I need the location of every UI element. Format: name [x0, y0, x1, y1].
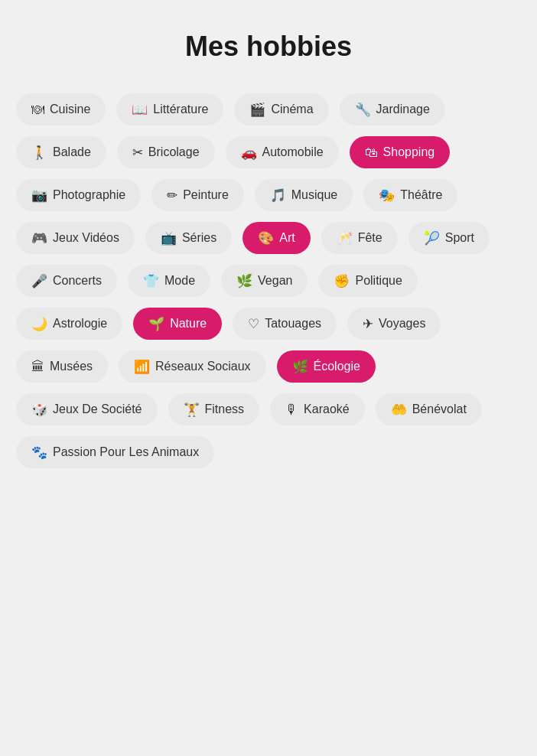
tag-voyages[interactable]: ✈Voyages: [347, 308, 441, 340]
tag-label-ecologie: Écologie: [314, 360, 360, 373]
musees-icon: 🏛: [31, 360, 44, 373]
animaux-icon: 🐾: [31, 446, 47, 459]
tag-theatre[interactable]: 🎭Théâtre: [363, 179, 457, 211]
tag-label-jeux-videos: Jeux Vidéos: [53, 231, 119, 245]
tag-litterature[interactable]: 📖Littérature: [116, 93, 223, 125]
concerts-icon: 🎤: [31, 275, 47, 288]
litterature-icon: 📖: [132, 103, 148, 116]
tag-series[interactable]: 📺Séries: [145, 222, 232, 254]
bricolage-icon: ✂: [132, 146, 143, 159]
tag-label-musees: Musées: [50, 360, 93, 373]
balade-icon: 🚶: [31, 146, 47, 159]
theatre-icon: 🎭: [379, 189, 395, 202]
tag-ecologie[interactable]: 🌿Écologie: [277, 350, 376, 383]
tatouages-icon: ♡: [248, 318, 259, 331]
tag-label-series: Séries: [182, 231, 216, 245]
tag-label-concerts: Concerts: [53, 274, 102, 288]
tag-sport[interactable]: 🎾Sport: [408, 222, 490, 254]
tag-label-musique: Musique: [291, 188, 337, 202]
tag-label-jeux-societe: Jeux De Société: [53, 402, 142, 416]
reseaux-sociaux-icon: 📶: [134, 360, 150, 373]
tag-label-fete: Fête: [358, 231, 382, 245]
jardinage-icon: 🔧: [355, 103, 371, 116]
photographie-icon: 📷: [31, 189, 47, 202]
tag-label-voyages: Voyages: [379, 317, 425, 331]
benevolat-icon: 🤲: [391, 403, 407, 416]
tag-tatouages[interactable]: ♡Tatouages: [233, 308, 337, 340]
peinture-icon: ✏: [167, 189, 177, 202]
nature-icon: 🌱: [148, 318, 164, 331]
tag-bricolage[interactable]: ✂Bricolage: [117, 136, 215, 168]
tag-label-photographie: Photographie: [53, 188, 125, 202]
tag-label-fitness: Fitness: [205, 402, 245, 416]
tag-musees[interactable]: 🏛Musées: [16, 350, 108, 383]
fete-icon: 🥂: [337, 232, 353, 245]
tag-politique[interactable]: ✊Politique: [318, 265, 417, 297]
tag-label-jardinage: Jardinage: [376, 103, 430, 116]
tag-reseaux-sociaux[interactable]: 📶Réseaux Sociaux: [119, 350, 266, 383]
hobbies-grid: 🍽Cuisine📖Littérature🎬Cinéma🔧Jardinage🚶Ba…: [16, 93, 521, 468]
cinema-icon: 🎬: [249, 103, 265, 116]
tag-balade[interactable]: 🚶Balade: [16, 136, 106, 168]
tag-jeux-videos[interactable]: 🎮Jeux Vidéos: [16, 222, 135, 254]
voyages-icon: ✈: [363, 318, 373, 331]
tag-label-balade: Balade: [53, 145, 91, 159]
tag-mode[interactable]: 👕Mode: [128, 265, 210, 297]
tag-astrologie[interactable]: 🌙Astrologie: [16, 308, 122, 340]
page-title: Mes hobbies: [185, 31, 352, 63]
tag-vegan[interactable]: 🌿Vegan: [221, 265, 308, 297]
automobile-icon: 🚗: [241, 146, 257, 159]
tag-karaoke[interactable]: 🎙Karaoké: [270, 393, 365, 425]
tag-shopping[interactable]: 🛍Shopping: [350, 136, 451, 168]
politique-icon: ✊: [334, 275, 350, 288]
tag-label-tatouages: Tatouages: [265, 317, 321, 331]
mode-icon: 👕: [143, 275, 159, 288]
tag-label-sport: Sport: [445, 231, 474, 245]
tag-fitness[interactable]: 🏋Fitness: [168, 393, 260, 425]
vegan-icon: 🌿: [236, 275, 252, 288]
tag-label-politique: Politique: [355, 274, 402, 288]
tag-nature[interactable]: 🌱Nature: [133, 308, 222, 340]
shopping-icon: 🛍: [365, 146, 378, 159]
tag-label-nature: Nature: [170, 317, 207, 331]
tag-label-astrologie: Astrologie: [53, 317, 107, 331]
tag-label-bricolage: Bricolage: [148, 145, 200, 159]
tag-label-karaoke: Karaoké: [304, 402, 350, 416]
tag-automobile[interactable]: 🚗Automobile: [226, 136, 339, 168]
tag-concerts[interactable]: 🎤Concerts: [16, 265, 117, 297]
fitness-icon: 🏋: [184, 403, 200, 416]
jeux-societe-icon: 🎲: [31, 403, 47, 416]
tag-fete[interactable]: 🥂Fête: [321, 222, 398, 254]
astrologie-icon: 🌙: [31, 318, 47, 331]
tag-jeux-societe[interactable]: 🎲Jeux De Société: [16, 393, 158, 425]
tag-photographie[interactable]: 📷Photographie: [16, 179, 141, 211]
musique-icon: 🎵: [270, 189, 286, 202]
tag-musique[interactable]: 🎵Musique: [255, 179, 353, 211]
sport-icon: 🎾: [424, 232, 440, 245]
ecologie-icon: 🌿: [292, 360, 308, 373]
tag-art[interactable]: 🎨Art: [242, 222, 310, 254]
tag-label-litterature: Littérature: [153, 103, 208, 116]
tag-animaux[interactable]: 🐾Passion Pour Les Animaux: [16, 436, 214, 468]
karaoke-icon: 🎙: [285, 403, 298, 416]
tag-label-benevolat: Bénévolat: [412, 402, 467, 416]
tag-cinema[interactable]: 🎬Cinéma: [234, 93, 328, 125]
tag-jardinage[interactable]: 🔧Jardinage: [340, 93, 445, 125]
tag-label-art: Art: [279, 231, 295, 245]
tag-label-reseaux-sociaux: Réseaux Sociaux: [155, 360, 251, 373]
tag-label-theatre: Théâtre: [400, 188, 442, 202]
jeux-videos-icon: 🎮: [31, 232, 47, 245]
tag-label-peinture: Peinture: [183, 188, 229, 202]
tag-label-shopping: Shopping: [383, 145, 435, 159]
tag-label-mode: Mode: [164, 274, 195, 288]
cuisine-icon: 🍽: [31, 103, 44, 116]
tag-label-animaux: Passion Pour Les Animaux: [53, 445, 199, 459]
tag-label-cinema: Cinéma: [271, 103, 313, 116]
tag-label-automobile: Automobile: [262, 145, 324, 159]
tag-benevolat[interactable]: 🤲Bénévolat: [376, 393, 482, 425]
tag-peinture[interactable]: ✏Peinture: [151, 179, 244, 211]
tag-label-cuisine: Cuisine: [50, 103, 90, 116]
tag-cuisine[interactable]: 🍽Cuisine: [16, 93, 106, 125]
series-icon: 📺: [161, 232, 177, 245]
art-icon: 🎨: [258, 232, 274, 245]
